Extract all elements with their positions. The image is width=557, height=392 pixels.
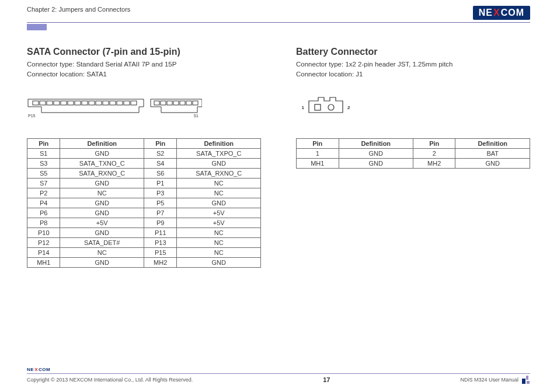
table-cell: +5V [60, 218, 144, 228]
svg-rect-21 [193, 101, 198, 105]
table-row: P6GNDP7+5V [27, 208, 261, 218]
svg-rect-15 [154, 101, 159, 105]
table-cell: GND [60, 178, 144, 188]
table-row: P2NCP3NC [27, 188, 261, 198]
svg-rect-7 [82, 101, 88, 105]
brand-logo: NEXCOM [473, 6, 530, 20]
table-cell: MH2 [144, 258, 176, 268]
table-row: S1GNDS2SATA_TXPO_C [27, 149, 261, 159]
th-pin2: Pin [144, 139, 176, 149]
corner-icon [522, 376, 530, 384]
batt-type: Connector type: 1x2 2-pin header JST, 1.… [296, 60, 530, 69]
svg-rect-9 [96, 101, 102, 105]
footer-logo: NEXCOM [27, 367, 530, 372]
footer: NEXCOM Copyright © 2013 NEXCOM Internati… [27, 367, 530, 384]
th-def: Definition [339, 139, 413, 149]
table-row: S5SATA_RXNO_CS6SATA_RXNO_C [27, 169, 261, 178]
table-cell: GND [339, 159, 413, 169]
table-row: 1GND2BAT [297, 149, 530, 159]
table-cell: MH1 [27, 258, 60, 268]
table-cell: P1 [144, 178, 176, 188]
sata-type: Connector type: Standard Serial ATAII 7P… [27, 60, 261, 69]
svg-rect-2 [47, 101, 53, 105]
table-cell: P7 [144, 208, 176, 218]
table-cell: P15 [144, 248, 176, 258]
table-cell: GND [455, 159, 530, 169]
sata-diagram-p15: P15 [28, 114, 36, 118]
th-def2: Definition [177, 139, 261, 149]
brand-left: NE [479, 8, 493, 18]
svg-rect-26 [527, 381, 530, 384]
svg-rect-16 [161, 101, 166, 105]
table-cell: +5V [177, 218, 261, 228]
batt-location: Connector location: J1 [296, 69, 530, 79]
table-cell: P8 [27, 218, 60, 228]
table-cell: P9 [144, 218, 176, 228]
table-cell: MH2 [413, 159, 455, 169]
table-cell: GND [339, 149, 413, 159]
table-cell: P13 [144, 238, 176, 248]
table-cell: MH1 [297, 159, 339, 169]
table-cell: P6 [27, 208, 60, 218]
table-cell: SATA_DET# [60, 238, 144, 248]
table-cell: NC [177, 238, 261, 248]
table-row: P8+5VP9+5V [27, 218, 261, 228]
table-cell: GND [60, 258, 144, 268]
page-number: 17 [323, 376, 330, 383]
batt-title: Battery Connector [296, 47, 530, 57]
batt-pin-table: Pin Definition Pin Definition 1GND2BATMH… [296, 138, 530, 169]
header-rule [27, 22, 530, 23]
table-cell: NC [177, 178, 261, 188]
batt-pin-2: 2 [347, 105, 350, 110]
table-cell: P14 [27, 248, 60, 258]
table-cell: +5V [177, 208, 261, 218]
th-pin: Pin [27, 139, 60, 149]
batt-diagram: 1 2 [296, 95, 530, 118]
svg-rect-20 [186, 101, 192, 105]
svg-rect-13 [124, 101, 130, 105]
header-accent [27, 24, 47, 30]
th-pin2: Pin [413, 139, 455, 149]
copyright: Copyright © 2013 NEXCOM International Co… [27, 377, 193, 383]
svg-rect-25 [526, 376, 528, 380]
batt-pin-1: 1 [302, 105, 305, 110]
svg-rect-6 [75, 101, 81, 105]
svg-rect-4 [61, 101, 67, 105]
svg-rect-1 [40, 101, 46, 105]
table-cell: P3 [144, 188, 176, 198]
table-row: P10GNDP11NC [27, 228, 261, 238]
table-cell: S5 [27, 169, 60, 178]
table-cell: GND [60, 208, 144, 218]
table-cell: NC [177, 248, 261, 258]
table-cell: GND [60, 228, 144, 238]
table-cell: GND [177, 198, 261, 208]
table-cell: GND [60, 149, 144, 159]
manual-name: NDiS M324 User Manual [460, 377, 518, 383]
sata-title: SATA Connector (7-pin and 15-pin) [27, 47, 261, 57]
footer-rule [27, 373, 530, 374]
table-row: P12SATA_DET#P13NC [27, 238, 261, 248]
table-cell: NC [60, 248, 144, 258]
brand-right: COM [501, 8, 524, 18]
th-def: Definition [60, 139, 144, 149]
svg-rect-14 [131, 101, 137, 105]
svg-rect-17 [167, 101, 172, 105]
table-cell: GND [177, 159, 261, 169]
svg-rect-5 [68, 101, 74, 105]
table-row: S3SATA_TXNO_CS4GND [27, 159, 261, 169]
th-pin: Pin [297, 139, 339, 149]
table-row: MH1GNDMH2GND [297, 159, 530, 169]
sata-pin-table: Pin Definition Pin Definition S1GNDS2SAT… [27, 138, 261, 268]
table-cell: NC [60, 188, 144, 198]
svg-rect-18 [173, 101, 179, 105]
svg-rect-3 [54, 101, 60, 105]
table-cell: S4 [144, 159, 176, 169]
table-cell: 1 [297, 149, 339, 159]
sata-diagram: P15 S1 [27, 95, 261, 118]
table-row: S7GNDP1NC [27, 178, 261, 188]
sata-location: Connector location: SATA1 [27, 69, 261, 79]
table-cell: NC [177, 188, 261, 198]
table-row: P4GNDP5GND [27, 198, 261, 208]
table-cell: P4 [27, 198, 60, 208]
svg-rect-19 [180, 101, 185, 105]
